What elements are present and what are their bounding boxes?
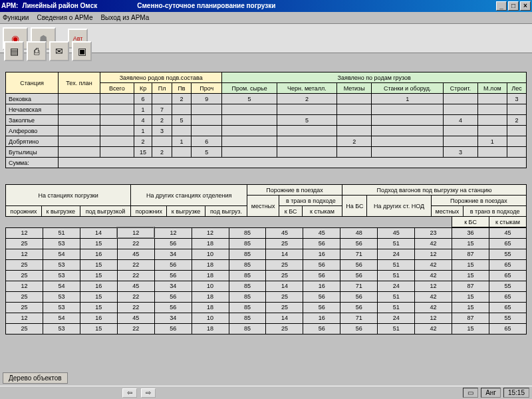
cell[interactable]: Добрятино [6,136,59,147]
cell[interactable]: 42 [415,259,452,270]
cell[interactable]: 51 [378,259,415,270]
tab-tree[interactable]: Дерево объектов [3,372,68,384]
table-row[interactable]: 1254164534108514167124128755 [6,313,527,323]
cell[interactable] [372,104,444,115]
cell[interactable]: 15 [452,302,489,313]
cell[interactable]: 15 [134,147,152,158]
table-row[interactable]: Бутылицы15253 [6,147,527,158]
cell[interactable]: 14 [266,281,303,291]
cell[interactable] [222,115,277,126]
cell[interactable] [100,115,134,126]
cell[interactable]: 56 [303,259,340,270]
cell[interactable]: 2 [507,115,527,126]
table-row[interactable]: Добрятино21621 [6,136,527,147]
cell[interactable]: 6 [192,136,222,147]
cell[interactable]: 56 [340,238,378,249]
nav-prev-button[interactable]: ⇦ [122,388,137,398]
cell[interactable] [59,94,100,104]
cell[interactable]: 14 [266,313,303,323]
table-row[interactable]: Нечаевская17 [6,104,527,115]
cell[interactable]: 56 [154,259,192,270]
cell[interactable] [477,147,507,158]
cell[interactable]: 15 [80,259,117,270]
cell[interactable]: 1 [372,94,444,104]
cell[interactable]: 18 [192,323,229,334]
cell[interactable]: 56 [303,291,340,302]
cell[interactable]: 18 [192,302,229,313]
cell[interactable] [222,136,277,147]
cell[interactable]: 5 [222,94,277,104]
cell[interactable]: 10 [192,249,229,259]
cell[interactable]: 53 [43,302,80,313]
cell[interactable] [337,147,372,158]
cell[interactable]: 56 [340,302,378,313]
cell[interactable]: 12 [415,249,452,259]
cell[interactable]: 15 [80,270,117,281]
cell[interactable]: 5 [277,115,336,126]
menu-functions[interactable]: Функции [3,14,29,21]
cell[interactable]: 25 [266,323,303,334]
cell[interactable]: 56 [303,270,340,281]
cell[interactable]: 25 [266,302,303,313]
cell[interactable]: 16 [80,249,117,259]
declared-table[interactable]: Станция Тех. план Заявлено родов подв.со… [5,72,527,168]
cell[interactable]: 85 [229,238,266,249]
cell[interactable]: Заколпье [6,115,59,126]
cell[interactable] [477,104,507,115]
cell[interactable]: 85 [229,259,266,270]
cell[interactable]: 56 [340,259,378,270]
arrival-data[interactable]: 1251141212128545454845233645255315225618… [5,227,527,334]
menu-exit[interactable]: Выход из АРМа [100,14,149,21]
cell[interactable] [59,115,100,126]
cell[interactable]: 15 [452,270,489,281]
cell[interactable]: 56 [154,302,192,313]
cell[interactable] [507,147,527,158]
table-row[interactable]: 2553152256188525565651421565 [6,323,527,334]
cell[interactable]: 87 [452,313,489,323]
cell[interactable]: 85 [229,227,266,238]
cell[interactable]: 53 [43,270,80,281]
cell[interactable]: 54 [43,249,80,259]
cell[interactable]: 2 [152,115,172,126]
cell[interactable] [477,115,507,126]
table-row[interactable]: Алферово13 [6,126,527,136]
cell[interactable]: 54 [43,281,80,291]
cell[interactable] [100,147,134,158]
cell[interactable]: 34 [154,313,192,323]
cell[interactable]: 65 [489,270,526,281]
cell[interactable]: 15 [80,238,117,249]
cell[interactable]: 56 [154,291,192,302]
cell[interactable] [372,147,444,158]
table-row[interactable]: 1254164534108514167124128755 [6,249,527,259]
cell[interactable] [59,104,100,115]
cell[interactable]: 22 [117,323,154,334]
cell[interactable]: 42 [415,302,452,313]
cell[interactable]: 55 [489,249,526,259]
cell[interactable]: 42 [415,291,452,302]
cell[interactable]: 23 [415,227,452,238]
cell[interactable]: 24 [378,249,415,259]
cell[interactable]: 42 [415,270,452,281]
cell[interactable]: 18 [192,270,229,281]
table-row[interactable]: 1254164534108514167124128755 [6,281,527,291]
cell[interactable]: 25 [266,291,303,302]
cell[interactable]: 65 [489,291,526,302]
table-row[interactable]: 2553152256188525565651421565 [6,302,527,313]
cell[interactable]: 85 [229,281,266,291]
cell[interactable] [172,126,192,136]
cell[interactable] [222,126,277,136]
cell[interactable]: 14 [80,227,117,238]
cell[interactable]: 51 [378,270,415,281]
cell[interactable]: 71 [340,313,378,323]
cell[interactable]: 7 [152,104,172,115]
cell[interactable] [152,94,172,104]
cell[interactable]: 10 [192,281,229,291]
cell[interactable]: 51 [378,323,415,334]
cell[interactable] [222,104,277,115]
cell[interactable]: 15 [80,302,117,313]
cell[interactable] [337,115,372,126]
table-row[interactable]: 1251141212128545454845233645 [6,227,527,238]
cell[interactable]: 53 [43,323,80,334]
cell[interactable] [337,104,372,115]
cell[interactable]: 25 [266,238,303,249]
